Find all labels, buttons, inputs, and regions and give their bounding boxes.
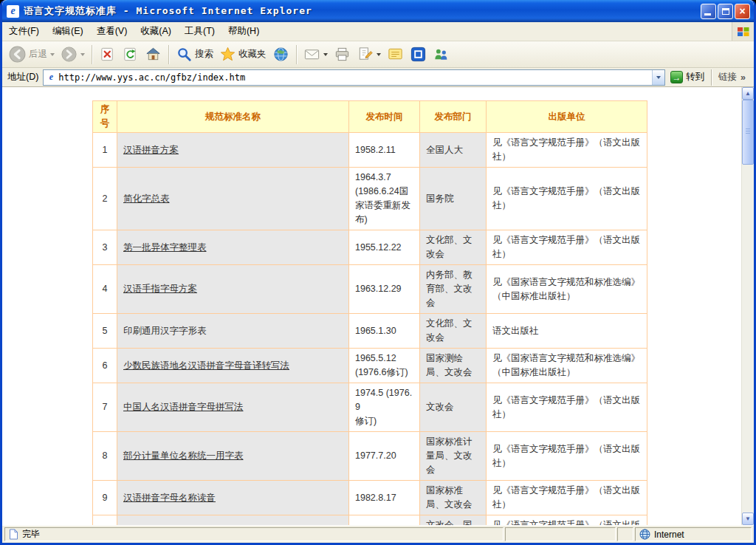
links-separator: [711, 69, 712, 86]
menu-item[interactable]: 收藏(A): [134, 22, 178, 41]
release-date: 1958.2.11: [349, 133, 420, 168]
standard-name-cell: 汉语拼音方案: [117, 133, 349, 168]
release-date: 1983.: [349, 515, 420, 526]
table-row: 2简化字总表1964.3.7 (1986.6.24国家语委重新发布)国务院见《语…: [93, 168, 647, 230]
print-button[interactable]: [331, 44, 354, 64]
back-button[interactable]: 后退: [5, 44, 58, 65]
home-button[interactable]: [142, 44, 165, 64]
release-date: 1965.5.12 (1976.6修订): [349, 349, 420, 383]
discuss-button[interactable]: [384, 44, 407, 64]
release-dept: 文改会: [420, 383, 487, 432]
publisher: 见《语言文字规范手册》（语文出版社）: [487, 133, 647, 168]
close-icon: ×: [739, 6, 745, 16]
standard-link[interactable]: 汉语拼音字母名称读音: [123, 493, 216, 503]
close-button[interactable]: ×: [735, 4, 750, 19]
table-row: 6少数民族语地名汉语拼音字母音译转写法1965.5.12 (1976.6修订)国…: [93, 349, 647, 383]
menu-item[interactable]: 文件(F): [2, 22, 46, 41]
stop-icon: [99, 46, 116, 63]
standard-link[interactable]: 汉语手指字母方案: [123, 284, 197, 294]
address-dropdown-button[interactable]: [652, 70, 664, 85]
release-date: 1963.12.29: [349, 265, 420, 314]
mail-dropdown-icon: [323, 53, 328, 56]
messenger-button[interactable]: [430, 44, 453, 64]
row-number: 7: [93, 383, 117, 432]
standard-name-cell: 少数民族语地名汉语拼音字母音译转写法: [117, 349, 349, 383]
refresh-button[interactable]: [119, 44, 142, 64]
address-label: 地址(D): [7, 71, 38, 83]
status-security-pane: [617, 527, 633, 541]
status-bar: 完毕 Internet: [2, 525, 754, 543]
mail-icon: [303, 46, 320, 63]
forward-button[interactable]: [58, 44, 88, 64]
standard-link[interactable]: 第一批异体字整理表: [123, 242, 207, 253]
standard-link[interactable]: 汉语拼音方案: [123, 145, 179, 155]
standard-name-cell: 汉语手指字母方案: [117, 265, 349, 314]
page-status-icon: [9, 529, 18, 540]
scroll-up-button[interactable]: ▲: [742, 87, 754, 100]
menu-spacer: [266, 22, 732, 41]
edit-button[interactable]: [354, 44, 384, 64]
column-header: 序号: [93, 101, 117, 133]
row-number: 5: [93, 314, 117, 349]
status-progress-pane: [505, 527, 616, 541]
menu-item[interactable]: 工具(T): [178, 22, 221, 41]
release-date: 1974.5 (1976.9 修订): [349, 383, 420, 432]
scrollbar-thumb[interactable]: [742, 100, 754, 165]
publisher: 见《语言文字规范手册》（语文出版社）: [487, 230, 647, 265]
release-dept: 国务院: [420, 168, 487, 230]
standard-link[interactable]: 简化字总表: [123, 193, 170, 204]
favorites-star-icon: [219, 46, 236, 63]
table-header-row: 序号规范标准名称发布时间发布部门出版单位: [93, 101, 647, 133]
publisher: 见《语言文字规范手册》（语文出版社）: [487, 168, 647, 230]
menu-item[interactable]: 帮助(H): [221, 22, 266, 41]
minimize-button[interactable]: [701, 4, 716, 19]
windows-logo-icon: [732, 22, 754, 41]
back-icon: [8, 45, 27, 64]
release-dept: 国家标准局、文改会: [420, 481, 487, 515]
column-header: 出版单位: [487, 101, 647, 133]
zone-label: Internet: [654, 529, 684, 540]
standard-link[interactable]: 部分计量单位名称统一用字表: [123, 450, 244, 461]
mail-button[interactable]: [300, 44, 331, 64]
standard-name-cell: 印刷通用汉字字形表: [117, 314, 349, 349]
edit-dropdown-icon: [377, 53, 381, 56]
favorites-button[interactable]: 收藏夹: [216, 44, 269, 64]
publisher: 语文出版社: [487, 314, 647, 349]
standard-link[interactable]: 少数民族语地名汉语拼音字母音译转写法: [123, 360, 289, 371]
status-message-pane: 完毕: [4, 527, 504, 541]
search-button[interactable]: 搜索: [173, 44, 216, 64]
plugin-button[interactable]: [407, 44, 430, 64]
title-bar: e 语言文字规范标准库 - Microsoft Internet Explore…: [2, 0, 754, 22]
row-number: 1: [93, 133, 117, 168]
standard-link[interactable]: 中国人名汉语拼音字母拼写法: [123, 402, 244, 412]
discuss-note-icon: [387, 46, 404, 63]
go-button[interactable]: → 转到: [665, 71, 709, 83]
column-header: 发布时间: [349, 101, 420, 133]
release-dept: 内务部、教育部、文改会: [420, 265, 487, 314]
table-row: 1汉语拼音方案1958.2.11全国人大见《语言文字规范手册》（语文出版社）: [93, 133, 647, 168]
menu-item[interactable]: 编辑(E): [46, 22, 90, 41]
table-row: 5印刷通用汉字字形表1965.1.30文化部、文改会语文出版社: [93, 314, 647, 349]
window-title: 语言文字规范标准库 - Microsoft Internet Explorer: [24, 4, 699, 18]
blue-app-icon: [410, 46, 427, 63]
table-row: 3第一批异体字整理表1955.12.22文化部、文改会见《语言文字规范手册》（语…: [93, 230, 647, 265]
row-number: 6: [93, 349, 117, 383]
web-page: 序号规范标准名称发布时间发布部门出版单位 1汉语拼音方案1958.2.11全国人…: [2, 87, 741, 525]
stop-button[interactable]: [96, 44, 119, 64]
links-bar[interactable]: 链接 »: [714, 71, 752, 83]
menu-bar: 文件(F)编辑(E)查看(V)收藏(A)工具(T)帮助(H): [2, 22, 754, 41]
publisher: 见《语言文字规范手册》（语文出版社）: [487, 515, 647, 526]
history-button[interactable]: [269, 44, 292, 64]
maximize-button[interactable]: [718, 4, 733, 19]
release-dept: 全国人大: [420, 133, 487, 168]
address-input[interactable]: [56, 70, 652, 85]
table-row: 7中国人名汉语拼音字母拼写法1974.5 (1976.9 修订)文改会见《语言文…: [93, 383, 647, 432]
address-field: e: [43, 69, 665, 86]
vertical-scrollbar[interactable]: ▲ ▼: [741, 87, 754, 525]
row-number: 9: [93, 481, 117, 515]
menu-item[interactable]: 查看(V): [90, 22, 134, 41]
release-dept: 文化部、文改会: [420, 314, 487, 349]
search-icon: [176, 46, 193, 63]
column-header: 发布部门: [420, 101, 487, 133]
scroll-down-button[interactable]: ▼: [742, 513, 754, 525]
